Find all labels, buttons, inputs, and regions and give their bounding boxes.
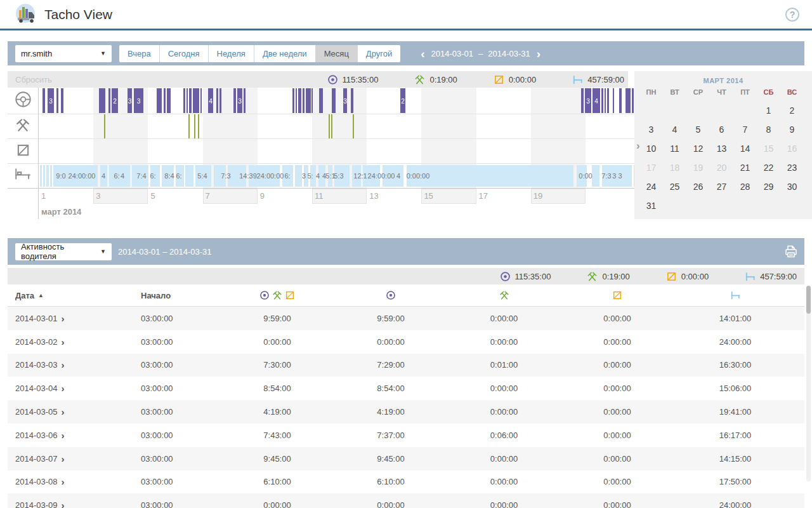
range-button[interactable]: Другой — [358, 45, 400, 62]
stat-value: 0:19:00 — [429, 75, 457, 84]
calendar-day[interactable]: 30 — [780, 177, 804, 196]
driving-bar — [332, 88, 336, 113]
date-from: 2014-03-01 — [429, 49, 476, 58]
rest-bar — [407, 165, 573, 187]
calendar-expand-icon[interactable]: › — [636, 140, 640, 152]
calendar-day[interactable]: 23 — [780, 158, 804, 177]
activity-timeline[interactable]: 3233433234 9:024:00:0046:47:46:8:46:5:47… — [38, 88, 634, 219]
table-column-header[interactable]: Начало — [134, 291, 220, 300]
sort-asc-icon: ▲ — [38, 292, 44, 298]
calendar-day[interactable]: 4 — [663, 120, 686, 139]
chevron-down-icon: ▼ — [100, 50, 106, 57]
reset-button[interactable]: Сбросить — [15, 75, 52, 84]
calendar-day[interactable]: 31 — [639, 196, 663, 215]
row-date: 2014-03-07› — [8, 454, 134, 464]
range-button[interactable]: Две недели — [254, 45, 316, 62]
calendar-day[interactable]: 27 — [710, 177, 733, 196]
table-row[interactable]: 2014-03-09›03:00:000:00:000:00:000:00:00… — [8, 493, 804, 508]
calendar-day[interactable]: 21 — [733, 158, 757, 177]
row-value: 6:10:00 — [220, 477, 334, 486]
calendar-day[interactable]: 12 — [686, 139, 710, 158]
calendar-day[interactable]: 24 — [639, 177, 663, 196]
table-row[interactable]: 2014-03-08›03:00:006:10:006:10:000:00:00… — [8, 471, 804, 494]
report-date-to: 2014-03-31 — [169, 247, 212, 257]
calendar-day[interactable]: 13 — [710, 139, 733, 158]
driving-row-header — [8, 88, 38, 114]
row-expand-icon[interactable]: › — [62, 477, 65, 486]
driving-bar: 2 — [400, 88, 405, 113]
report-type-value: Активность водителя — [21, 242, 100, 261]
driving-bar: 3 — [128, 88, 132, 113]
print-button[interactable] — [784, 244, 798, 258]
table-row[interactable]: 2014-03-06›03:00:007:43:007:37:000:06:00… — [8, 424, 804, 447]
next-period-icon[interactable]: › — [533, 48, 544, 60]
row-expand-icon[interactable]: › — [62, 431, 65, 440]
driving-bar — [607, 88, 609, 113]
report-date-separator: – — [162, 247, 167, 257]
row-value: 24:00:00 — [674, 500, 797, 508]
table-column-header[interactable] — [561, 290, 674, 300]
range-button-group: ВчераСегодняНеделяДве неделиМесяцДругой — [119, 45, 400, 62]
driver-select[interactable]: mr.smith ▼ — [15, 45, 112, 62]
help-icon[interactable]: ? — [785, 8, 799, 22]
calendar-day[interactable]: 14 — [733, 139, 757, 158]
table-column-header[interactable] — [447, 290, 561, 300]
row-expand-icon[interactable]: › — [62, 384, 65, 393]
table-column-header[interactable] — [220, 290, 334, 300]
rest-duration-label: 7:3 — [601, 172, 611, 180]
calendar-day[interactable]: 5 — [686, 120, 710, 139]
range-button[interactable]: Вчера — [119, 45, 160, 62]
row-value: 03:00:00 — [134, 360, 220, 370]
row-expand-icon[interactable]: › — [62, 407, 65, 417]
report-type-select[interactable]: Активность водителя ▼ — [15, 243, 112, 260]
table-column-header[interactable] — [674, 290, 797, 300]
row-expand-icon[interactable]: › — [62, 500, 65, 508]
calendar-day[interactable]: 7 — [733, 120, 757, 139]
row-expand-icon[interactable]: › — [62, 454, 65, 464]
rest-duration-label: 0:00:00 — [407, 172, 430, 180]
calendar-day[interactable]: 28 — [733, 177, 757, 196]
calendar-day[interactable]: 26 — [686, 177, 710, 196]
rest-duration-label: 7:4 — [136, 172, 146, 180]
table-row[interactable]: 2014-03-02›03:00:000:00:000:00:000:00:00… — [8, 330, 804, 354]
calendar-weekday: ВС — [780, 88, 804, 101]
range-button[interactable]: Неделя — [209, 45, 254, 62]
calendar-day[interactable]: 9 — [780, 120, 804, 139]
range-button[interactable]: Сегодня — [160, 45, 209, 62]
table-column-header[interactable]: Дата ▲ — [8, 291, 134, 300]
table-row[interactable]: 2014-03-03›03:00:007:30:007:29:000:01:00… — [8, 354, 804, 377]
table-scrollbar[interactable] — [806, 286, 811, 481]
availability-row-header — [8, 139, 38, 164]
calendar-day[interactable]: 6 — [710, 120, 733, 139]
driving-bar — [233, 88, 236, 113]
row-date: 2014-03-05› — [8, 407, 134, 417]
range-button[interactable]: Месяц — [316, 45, 358, 62]
calendar-day[interactable]: 10 — [639, 139, 663, 158]
table-column-header[interactable] — [334, 290, 447, 300]
row-expand-icon[interactable]: › — [62, 337, 65, 347]
calendar-empty-cell — [710, 101, 733, 120]
calendar-day[interactable]: 3 — [639, 120, 663, 139]
row-value: 16:30:00 — [674, 360, 797, 370]
calendar-day[interactable]: 2 — [780, 101, 804, 120]
scrollbar-thumb[interactable] — [806, 286, 811, 314]
availability-row — [39, 139, 634, 164]
calendar-day[interactable]: 8 — [757, 120, 780, 139]
table-row[interactable]: 2014-03-04›03:00:008:54:008:54:000:00:00… — [8, 377, 804, 400]
table-row[interactable]: 2014-03-07›03:00:009:45:009:45:000:00:00… — [8, 447, 804, 471]
calendar-day[interactable]: 22 — [757, 158, 780, 177]
row-value: 03:00:00 — [134, 337, 220, 347]
prev-period-icon[interactable]: ‹ — [417, 48, 428, 60]
table-row[interactable]: 2014-03-01›03:00:009:59:009:59:000:00:00… — [8, 307, 804, 330]
rest-bar — [46, 165, 49, 187]
calendar-day[interactable]: 11 — [663, 139, 686, 158]
calendar-day[interactable]: 1 — [757, 101, 780, 120]
row-expand-icon[interactable]: › — [62, 360, 65, 370]
calendar-day[interactable]: 25 — [663, 177, 686, 196]
availability-icon — [16, 143, 30, 157]
row-expand-icon[interactable]: › — [62, 314, 65, 323]
calendar-day[interactable]: 29 — [757, 177, 780, 196]
stat-value: 115:35:00 — [343, 75, 379, 84]
calendar-empty-cell — [757, 196, 780, 215]
table-row[interactable]: 2014-03-05›03:00:004:19:004:19:000:00:00… — [8, 400, 804, 424]
